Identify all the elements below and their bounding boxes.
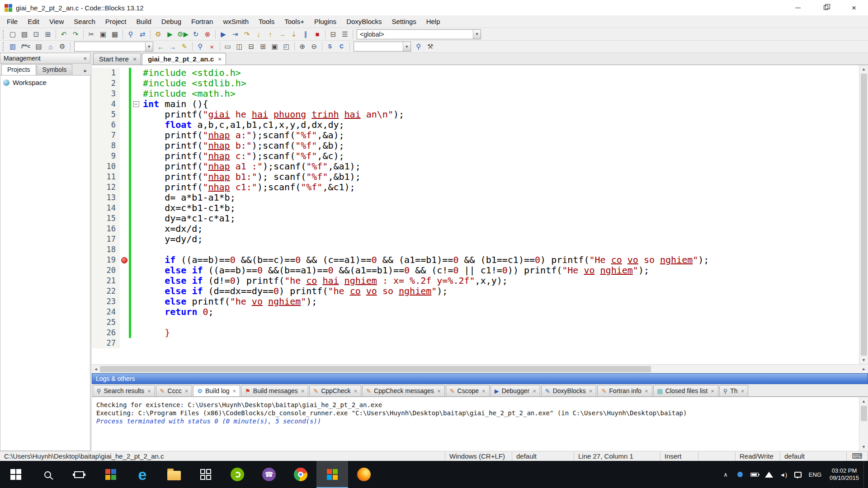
line-number[interactable]: 19 [92, 255, 120, 265]
fold-margin[interactable] [131, 265, 141, 276]
tab-close-icon[interactable]: × [482, 388, 486, 394]
workspace-node[interactable]: Workspace [3, 79, 87, 86]
tab-close-icon[interactable]: × [147, 388, 151, 394]
line-number[interactable]: 12 [92, 182, 120, 192]
save-file-button[interactable]: ⊡ [30, 29, 42, 40]
fold-margin[interactable] [131, 192, 141, 203]
breakpoint-margin[interactable] [120, 78, 129, 89]
incremental-search-button[interactable]: ⚲ [194, 41, 206, 52]
fold-margin[interactable] [131, 307, 141, 317]
scroll-down-icon[interactable]: ▼ [859, 356, 868, 364]
logs-panel-header[interactable]: Logs & others [92, 373, 868, 384]
cut-button[interactable]: ✂ [85, 29, 97, 40]
management-tab-projects[interactable]: Projects [1, 64, 36, 75]
logs-tab-th[interactable]: ⚲Th× [719, 385, 748, 396]
replace-button[interactable]: ⇄ [137, 29, 148, 40]
editor-tab-start-here[interactable]: Start here× [93, 53, 141, 65]
line-number[interactable]: 24 [92, 307, 120, 317]
editor-tab-giai-he-2-pt-2-an-c[interactable]: giai_he_2_pt_2_an.c× [142, 53, 226, 65]
fold-collapse-icon[interactable]: − [133, 101, 139, 107]
redo-button[interactable]: ↷ [70, 29, 81, 40]
doxyblocks-line-comment-button[interactable]: ▤ [33, 41, 45, 52]
fortran-c-button[interactable]: C [336, 41, 348, 52]
code-text[interactable]: else if (d!=0) printf("he co hai nghiem … [141, 276, 508, 286]
debugger-info-button[interactable]: ☰ [339, 29, 351, 40]
search-term-combobox[interactable]: ▼ [354, 42, 411, 52]
code-text[interactable] [141, 317, 143, 328]
next-instruction-button[interactable]: → [276, 29, 288, 40]
tray-app-icon[interactable] [733, 461, 747, 488]
run-button[interactable]: ▶ [164, 29, 176, 40]
code-text[interactable]: if ((a==b)==0 &&(b==c)==0 && (c==a1)==0 … [141, 255, 709, 265]
wxsmith-grid-button[interactable]: ⊞ [257, 41, 269, 52]
logs-tab-cppcheck[interactable]: ✎CppCheck× [309, 385, 361, 396]
menu-edit[interactable]: Edit [23, 15, 44, 28]
zoom-in-button[interactable]: ⊕ [297, 41, 308, 52]
breakpoint-margin[interactable] [120, 120, 129, 130]
rebuild-button[interactable]: ↻ [190, 29, 202, 40]
scroll-right-icon[interactable]: ► [860, 365, 868, 373]
code-text[interactable]: #include <stdio.h> [141, 68, 241, 78]
restore-button[interactable] [812, 0, 840, 15]
code-text[interactable]: float a,b,c,a1,b1,c1,x,y,d,dx,dy; [141, 120, 344, 130]
taskbar-search-button[interactable] [32, 461, 63, 488]
fold-margin[interactable] [131, 276, 141, 286]
code-text[interactable]: printf("giai he hai phuong trinh hai an\… [141, 109, 404, 120]
line-number[interactable]: 1 [92, 68, 120, 78]
line-number[interactable]: 15 [92, 213, 120, 224]
break-debugger-button[interactable]: ∥ [300, 29, 311, 40]
line-number[interactable]: 11 [92, 172, 120, 182]
code-text[interactable]: printf("nhap c:");scanf("%f",&c); [141, 151, 344, 161]
chevron-down-icon[interactable]: ▼ [473, 30, 481, 39]
logs-vertical-scrollbar[interactable]: ▲ ▼ [859, 397, 868, 451]
line-number[interactable]: 17 [92, 234, 120, 244]
menu-plugins[interactable]: Plugins [309, 15, 341, 28]
fold-margin[interactable] [131, 172, 141, 182]
fold-margin[interactable] [131, 78, 141, 89]
breakpoint-margin[interactable] [120, 203, 129, 213]
tab-close-icon[interactable]: × [354, 388, 358, 394]
tab-close-icon[interactable]: × [301, 388, 305, 394]
code-editor[interactable]: 1#include <stdio.h>2#include <stdlib.h>3… [92, 65, 859, 364]
run-to-cursor-button[interactable]: ⇥ [229, 29, 241, 40]
fold-margin[interactable] [131, 213, 141, 224]
menu-doxyblocks[interactable]: DoxyBlocks [341, 15, 387, 28]
next-line-button[interactable]: ↷ [241, 29, 253, 40]
symbol-jump-combobox[interactable]: ▼ [74, 42, 153, 52]
menu-fortran[interactable]: Fortran [186, 15, 218, 28]
taskbar-app-viber[interactable]: ☎ [253, 461, 285, 488]
line-number[interactable]: 7 [92, 130, 120, 141]
menu-wxsmith[interactable]: wxSmith [218, 15, 254, 28]
taskbar-app-edge[interactable]: e [127, 461, 158, 488]
logs-tab-cccc[interactable]: ✎Cccc× [156, 385, 193, 396]
code-text[interactable]: return 0; [141, 307, 214, 317]
breakpoint-margin[interactable] [120, 151, 129, 161]
menu-file[interactable]: File [2, 15, 23, 28]
line-number[interactable]: 5 [92, 109, 120, 120]
menu-build[interactable]: Build [132, 15, 156, 28]
scrollbar-thumb[interactable] [861, 406, 867, 421]
tab-close-icon[interactable]: × [218, 56, 222, 63]
wxsmith-pointer-button[interactable]: ▭ [222, 41, 234, 52]
code-text[interactable]: #include <math.h> [141, 89, 236, 99]
find-button[interactable]: ⚲ [125, 29, 137, 40]
line-number[interactable]: 26 [92, 328, 120, 338]
code-text[interactable]: int main (){ [141, 99, 208, 109]
breakpoint-margin[interactable] [120, 296, 129, 307]
tab-scroll-right-icon[interactable]: ► [80, 67, 90, 75]
logs-tab-build-messages[interactable]: ⚑Build messages× [241, 385, 308, 396]
step-out-button[interactable]: ↑ [264, 29, 276, 40]
breakpoint-margin[interactable] [120, 338, 129, 348]
fold-margin[interactable] [131, 338, 141, 348]
line-number[interactable]: 9 [92, 151, 120, 161]
scrollbar-thumb[interactable] [861, 74, 867, 356]
new-file-button[interactable]: ▢ [7, 29, 19, 40]
breakpoint-margin[interactable] [120, 68, 129, 78]
taskbar-app-firefox[interactable] [348, 461, 380, 488]
management-tab-symbols[interactable]: Symbols [37, 64, 73, 75]
tab-close-icon[interactable]: × [533, 388, 536, 394]
menu-search[interactable]: Search [69, 15, 100, 28]
build-target-combobox[interactable]: <global>▼ [357, 29, 481, 39]
search-go-button[interactable]: ⚲ [413, 41, 425, 52]
breakpoint-margin[interactable] [120, 192, 129, 203]
